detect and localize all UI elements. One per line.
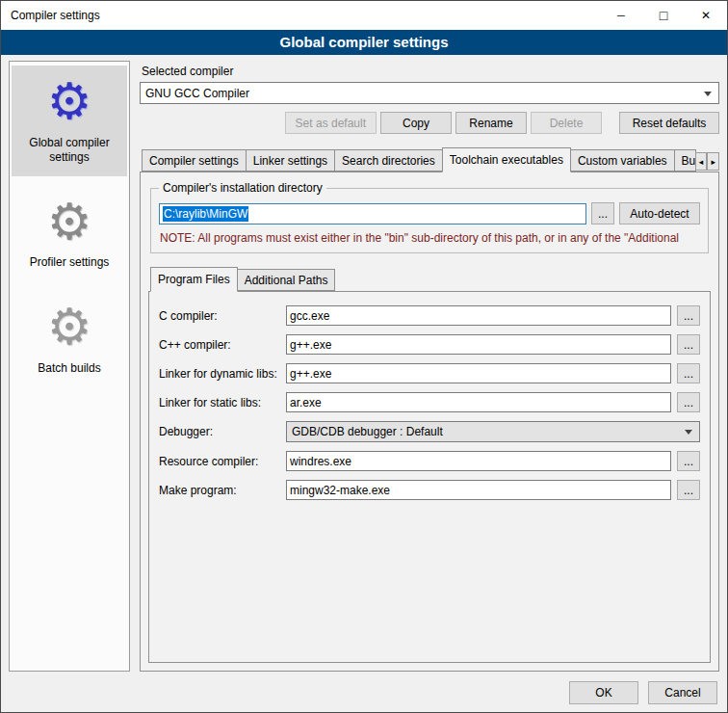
linker-static-row: Linker for static libs: ...	[159, 392, 700, 412]
make-program-input[interactable]	[286, 480, 671, 500]
c-compiler-input[interactable]	[286, 305, 671, 326]
settings-tabstrip: Compiler settings Linker settings Search…	[140, 147, 719, 172]
tab-scroll-left-icon[interactable]: ◂	[695, 152, 708, 171]
minimize-icon[interactable]: ─	[600, 1, 642, 30]
make-program-browse-button[interactable]: ...	[677, 480, 700, 500]
main-panel: Selected compiler GNU GCC Compiler Set a…	[140, 61, 719, 672]
compiler-actions: Set as default Copy Rename Delete Reset …	[140, 112, 719, 134]
tab-build-options[interactable]: Buil	[674, 149, 696, 172]
cancel-button[interactable]: Cancel	[648, 681, 717, 704]
compiler-settings-window: Compiler settings ─ □ ✕ Global compiler …	[0, 0, 728, 713]
window-title: Compiler settings	[1, 9, 600, 22]
sidebar-item-label: Global compiler settings	[29, 136, 109, 164]
maximize-icon[interactable]: □	[642, 1, 685, 30]
linker-static-label: Linker for static libs:	[159, 396, 280, 409]
cpp-compiler-input[interactable]	[286, 334, 671, 355]
bin-subdirectory-note: NOTE: All programs must exist either in …	[160, 231, 699, 245]
cpp-compiler-row: C++ compiler: ...	[159, 334, 700, 355]
selected-compiler-dropdown[interactable]: GNU GCC Compiler	[140, 82, 719, 104]
debugger-dropdown[interactable]: GDB/CDB debugger : Default	[286, 421, 700, 442]
debugger-label: Debugger:	[159, 425, 280, 438]
linker-dynamic-label: Linker for dynamic libs:	[159, 367, 280, 381]
installation-directory-input[interactable]: C:\raylib\MinGW	[159, 203, 586, 224]
linker-static-browse-button[interactable]: ...	[677, 392, 700, 412]
resource-compiler-input[interactable]	[286, 451, 671, 471]
program-files-tabstrip: Program Files Additional Paths	[148, 267, 711, 291]
resource-compiler-browse-button[interactable]: ...	[677, 451, 700, 471]
set-as-default-button[interactable]: Set as default	[285, 112, 377, 134]
c-compiler-label: C compiler:	[159, 309, 280, 323]
gear-icon: ⚙	[15, 75, 123, 128]
program-files-page: C compiler: ... C++ compiler: ... Linker…	[148, 291, 711, 663]
dialog-content: ⚙ Global compiler settings ⚙ Profiler se…	[1, 55, 727, 672]
c-compiler-row: C compiler: ...	[159, 305, 700, 326]
subtab-additional-paths[interactable]: Additional Paths	[237, 269, 336, 291]
installation-directory-value: C:\raylib\MinGW	[163, 206, 248, 222]
make-program-label: Make program:	[159, 484, 280, 497]
sidebar-item-label: Batch builds	[38, 361, 100, 375]
sidebar-item-label: Profiler settings	[30, 255, 110, 269]
copy-button[interactable]: Copy	[380, 112, 452, 134]
installation-directory-group: Compiler's installation directory C:\ray…	[150, 188, 709, 253]
subtab-program-files[interactable]: Program Files	[150, 267, 238, 292]
tab-custom-variables[interactable]: Custom variables	[570, 149, 675, 172]
cpp-compiler-browse-button[interactable]: ...	[677, 334, 700, 355]
selected-compiler-label: Selected compiler	[142, 65, 719, 78]
titlebar[interactable]: Compiler settings ─ □ ✕	[1, 1, 727, 30]
close-icon[interactable]: ✕	[685, 1, 727, 30]
sidebar-item-global-compiler-settings[interactable]: ⚙ Global compiler settings	[12, 66, 127, 176]
sidebar-item-profiler-settings[interactable]: ⚙ Profiler settings	[12, 186, 127, 282]
linker-static-input[interactable]	[286, 392, 671, 412]
linker-dynamic-row: Linker for dynamic libs: ...	[159, 363, 700, 383]
debugger-row: Debugger: GDB/CDB debugger : Default	[159, 421, 700, 442]
profiler-gear-icon: ⚙	[15, 196, 123, 249]
resource-compiler-label: Resource compiler:	[159, 455, 280, 468]
auto-detect-button[interactable]: Auto-detect	[619, 202, 700, 224]
rename-button[interactable]: Rename	[455, 112, 527, 134]
page-title: Global compiler settings	[1, 30, 727, 55]
resource-compiler-row: Resource compiler: ...	[159, 451, 700, 471]
installation-directory-group-title: Compiler's installation directory	[159, 181, 326, 195]
tab-linker-settings[interactable]: Linker settings	[246, 149, 335, 172]
linker-dynamic-browse-button[interactable]: ...	[677, 363, 700, 383]
installation-directory-row: C:\raylib\MinGW ... Auto-detect	[159, 202, 700, 224]
c-compiler-browse-button[interactable]: ...	[677, 305, 700, 326]
chevron-down-icon	[704, 92, 712, 96]
sidebar-item-batch-builds[interactable]: ⚙ Batch builds	[12, 291, 127, 387]
tab-compiler-settings[interactable]: Compiler settings	[142, 149, 247, 172]
settings-sidebar: ⚙ Global compiler settings ⚙ Profiler se…	[9, 61, 130, 672]
reset-defaults-button[interactable]: Reset defaults	[619, 112, 719, 134]
selected-compiler-value: GNU GCC Compiler	[145, 87, 249, 100]
batch-builds-gear-icon: ⚙	[15, 301, 123, 354]
chevron-down-icon	[685, 430, 692, 435]
debugger-value: GDB/CDB debugger : Default	[292, 425, 443, 438]
installation-directory-browse-button[interactable]: ...	[591, 202, 614, 224]
make-program-row: Make program: ...	[159, 480, 700, 500]
tab-search-directories[interactable]: Search directories	[334, 149, 443, 172]
toolchain-executables-page: Compiler's installation directory C:\ray…	[140, 172, 719, 672]
linker-dynamic-input[interactable]	[286, 363, 671, 383]
tab-toolchain-executables[interactable]: Toolchain executables	[442, 147, 571, 172]
delete-button[interactable]: Delete	[531, 112, 602, 134]
cpp-compiler-label: C++ compiler:	[159, 338, 280, 352]
dialog-footer: OK Cancel	[569, 681, 717, 704]
ok-button[interactable]: OK	[569, 681, 638, 704]
tab-scroll-right-icon[interactable]: ▸	[707, 152, 719, 171]
